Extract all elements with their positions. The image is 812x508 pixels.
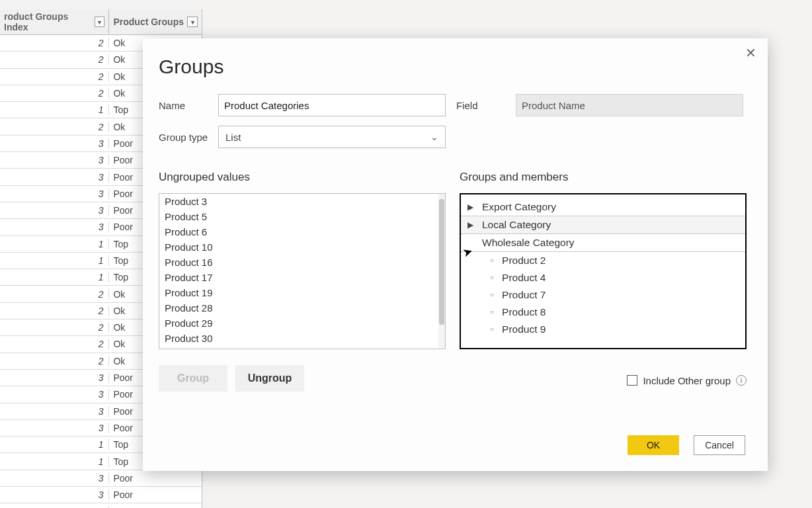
group-category[interactable]: ▶Export Category [461,198,745,216]
cell-index: 2 [0,356,109,366]
member-name: Product 4 [502,272,546,284]
cell-index: 3 [0,423,109,433]
cell-index: 3 [0,406,109,417]
bullet-icon: ○ [490,326,494,333]
groups-header: Groups and members [460,171,747,184]
cell-index: 1 [0,272,109,282]
column-header-label: Product Groups [113,17,184,27]
member-name: Product 9 [502,323,546,335]
cell-index: 3 [0,489,109,500]
table-row[interactable]: 3Poor [0,503,202,508]
ungrouped-column: Ungrouped values Product 3Product 5Produ… [159,171,446,349]
chevron-down-icon: ⌄ [430,132,438,142]
list-item[interactable]: Product 16 [159,255,445,270]
name-input[interactable] [218,94,446,116]
list-item[interactable]: Product 19 [159,285,445,300]
cell-index: 2 [0,38,109,48]
column-header-label: roduct Groups Index [4,11,95,32]
cell-index: 3 [0,222,109,232]
caret-right-icon: ▶ [467,220,475,230]
bullet-icon: ○ [490,257,494,264]
list-item[interactable]: Product 29 [159,316,445,331]
list-item[interactable]: Product 10 [159,239,445,255]
scrollbar-thumb[interactable] [439,199,444,325]
column-filter-dropdown-icon[interactable]: ▾ [187,17,198,27]
cell-index: 2 [0,71,109,82]
caret-right-icon: ▶ [467,202,475,212]
group-category[interactable]: Wholesale Category [461,234,745,252]
name-row: Name Field [159,94,747,116]
grouptype-row: Group type List ⌄ [159,126,747,148]
column-header-index[interactable]: roduct Groups Index ▾ [0,9,109,34]
grouptype-value: List [225,132,241,143]
name-label: Name [159,100,218,111]
field-label: Field [456,100,516,111]
cell-index: 2 [0,289,109,300]
field-input [516,94,743,116]
grouptype-select[interactable]: List ⌄ [218,126,446,148]
ungroup-button[interactable]: Ungroup [235,365,304,392]
info-icon[interactable]: i [736,375,747,386]
group-name: Export Category [482,201,556,213]
cell-index: 2 [0,122,109,132]
cell-index: 3 [0,372,109,383]
list-item[interactable]: Product 17 [159,270,445,285]
list-item[interactable]: Product 30 [159,331,445,346]
group-member[interactable]: ○Product 2 [461,252,745,269]
column-filter-dropdown-icon[interactable]: ▾ [95,17,105,27]
cell-index: 3 [0,205,109,216]
bullet-icon: ○ [490,309,494,316]
ungrouped-listbox[interactable]: Product 3Product 5Product 6Product 10Pro… [159,193,446,349]
close-button[interactable]: ✕ [743,45,758,61]
group-button[interactable]: Group [159,365,227,392]
cell-index: 2 [0,54,109,65]
ok-button[interactable]: OK [628,435,679,455]
cell-index: 2 [0,322,109,333]
group-name: Local Category [482,219,551,231]
member-name: Product 2 [502,255,546,267]
groups-dialog: ✕ Groups Name Field Group type List ⌄ Un… [143,38,768,471]
cell-index: 1 [0,456,109,467]
list-item[interactable]: Product 6 [159,224,445,239]
cell-index: 3 [0,473,109,484]
dialog-title: Groups [159,56,747,78]
group-category[interactable]: ▶Local Category [461,216,745,234]
include-other-row: Include Other group i [627,369,747,392]
groups-listbox[interactable]: ▶Export Category▶Local CategoryWholesale… [460,193,747,349]
include-other-label: Include Other group [643,375,731,386]
list-item[interactable]: Product 5 [159,209,445,224]
group-member[interactable]: ○Product 7 [461,286,745,304]
table-row[interactable]: 3Poor [0,487,202,503]
cell-index: 1 [0,439,109,450]
cell-index: 2 [0,88,109,99]
cell-index: 1 [0,105,109,115]
list-item[interactable]: Product 3 [159,194,445,209]
include-other-checkbox[interactable] [627,375,637,386]
table-header-row: roduct Groups Index ▾ Product Groups ▾ [0,9,202,35]
grouptype-label: Group type [159,132,218,143]
groups-column: Groups and members ▶Export Category▶Loca… [460,171,747,349]
member-name: Product 8 [502,306,546,318]
group-name: Wholesale Category [482,237,575,249]
ungrouped-header: Ungrouped values [159,171,446,184]
bullet-icon: ○ [490,292,494,298]
cell-group: Poor [109,473,202,484]
cell-index: 3 [0,189,109,199]
group-member[interactable]: ○Product 9 [461,321,745,338]
cancel-button[interactable]: Cancel [694,435,745,455]
scrollbar-track[interactable] [438,194,445,349]
cell-index: 3 [0,172,109,183]
cell-index: 3 [0,138,109,149]
column-header-groups[interactable]: Product Groups ▾ [109,9,202,34]
bullet-icon: ○ [490,275,494,281]
cell-index: 2 [0,339,109,349]
list-item[interactable]: Product 28 [159,300,445,316]
member-name: Product 7 [502,289,546,301]
cell-index: 3 [0,389,109,400]
group-member[interactable]: ○Product 8 [461,304,745,321]
cell-index: 1 [0,255,109,266]
table-row[interactable]: 3Poor [0,470,202,487]
group-member[interactable]: ○Product 4 [461,269,745,286]
cell-index: 1 [0,239,109,249]
cell-group: Poor [109,489,202,500]
